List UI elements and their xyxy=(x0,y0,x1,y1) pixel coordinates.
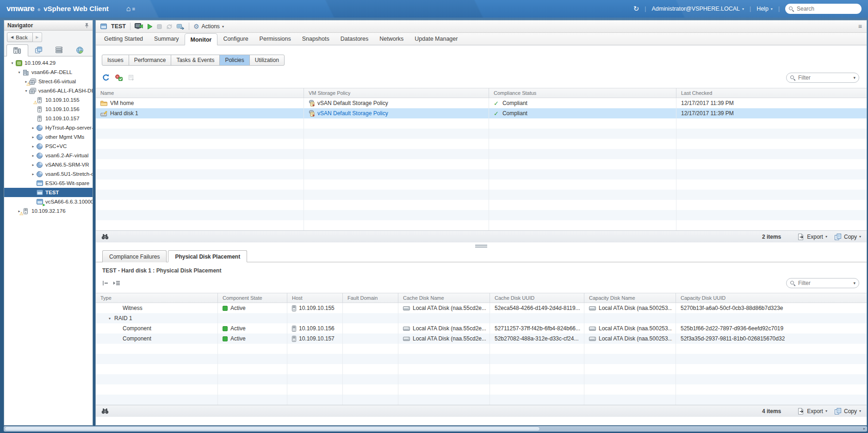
global-search[interactable] xyxy=(785,4,862,14)
tab-networks[interactable]: Networks xyxy=(374,33,409,45)
export-button[interactable]: Export ▾ xyxy=(798,234,827,240)
launch-console-icon[interactable] xyxy=(135,23,143,30)
policy-row-hard-disk-1[interactable]: Hard disk 1vSAN Default Storage Policy✓C… xyxy=(96,108,867,118)
scrollbar-right-arrow-icon[interactable]: ▸ xyxy=(863,426,865,432)
find-icon[interactable] xyxy=(101,408,109,414)
back-button[interactable]: ◀ Back xyxy=(7,32,33,42)
tree-item-other-mgmt-vms[interactable]: ▸other Mgmt VMs xyxy=(4,132,93,142)
actions-menu[interactable]: ⚙ Actions ▾ xyxy=(193,23,224,30)
copy-button[interactable]: Copy ▾ xyxy=(835,408,861,414)
search-input[interactable] xyxy=(797,6,858,12)
tree-item-esxi-65-wit-spare[interactable]: ESXi-65-Wit-spare xyxy=(4,179,93,188)
placement-filter-input[interactable] xyxy=(798,280,853,286)
copy-button[interactable]: Copy ▾ xyxy=(835,234,861,240)
group-row-raid-1[interactable]: ▾RAID 1 xyxy=(96,313,867,323)
column-header-compliance-status[interactable]: Compliance Status xyxy=(489,88,676,98)
tab-summary[interactable]: Summary xyxy=(149,33,184,45)
tree-item-10-109-10-156[interactable]: 10.109.10.156 xyxy=(4,105,93,114)
tab-snapshots[interactable]: Snapshots xyxy=(297,33,335,45)
migrate-icon[interactable] xyxy=(177,24,185,30)
tab-update-manager[interactable]: Update Manager xyxy=(409,33,463,45)
subtab-issues[interactable]: Issues xyxy=(102,55,129,66)
tab-permissions[interactable]: Permissions xyxy=(254,33,297,45)
global-refresh-icon[interactable]: ↻ xyxy=(633,5,639,13)
policy-row-vm-home[interactable]: VM homevSAN Default Storage Policy✓Compl… xyxy=(96,98,867,108)
column-header-fault-domain[interactable]: Fault Domain xyxy=(343,293,398,303)
expander-collapse-icon[interactable]: ▾ xyxy=(109,316,111,321)
policy-link[interactable]: vSAN Default Storage Policy xyxy=(317,110,388,117)
tab-monitor[interactable]: Monitor xyxy=(185,33,218,45)
tree-item-test[interactable]: TEST xyxy=(4,188,93,197)
subtab-tasks-events[interactable]: Tasks & Events xyxy=(171,55,220,66)
refresh-icon[interactable] xyxy=(102,74,110,81)
expander-expand-icon[interactable]: ▸ xyxy=(31,135,36,139)
scrollbar-thumb[interactable] xyxy=(5,427,540,431)
nav-tab-hosts-and-clusters[interactable] xyxy=(6,44,28,56)
filter-input[interactable] xyxy=(798,74,853,81)
expander-expand-icon[interactable]: ▸ xyxy=(31,144,36,148)
column-header-host[interactable]: Host xyxy=(287,293,343,303)
detail-tab-physical-disk-placement[interactable]: Physical Disk Placement xyxy=(168,250,247,262)
column-header-cache-disk-name[interactable]: Cache Disk Name xyxy=(398,293,490,303)
expander-collapse-icon[interactable]: ▾ xyxy=(24,89,29,93)
placement-filter-box[interactable]: ▾ xyxy=(786,278,859,288)
tab-configure[interactable]: Configure xyxy=(217,33,254,45)
nav-tab-networking[interactable] xyxy=(69,44,90,56)
tree-item-vsan6-2-af-virtual[interactable]: ▸vsan6.2-AF-virtual xyxy=(4,151,93,160)
tree-item-strect-66-virtual[interactable]: ▸⚠Strect-66-virtual xyxy=(4,77,93,86)
power-on-icon[interactable] xyxy=(147,24,153,30)
horizontal-scrollbar[interactable]: ▸ xyxy=(4,426,867,432)
subtab-performance[interactable]: Performance xyxy=(129,55,172,66)
nav-tab-vms-and-templates[interactable] xyxy=(28,44,49,56)
expander-expand-icon[interactable]: ▸ xyxy=(31,154,36,158)
collapse-all-icon[interactable] xyxy=(102,280,108,286)
column-header-name[interactable]: Name xyxy=(96,88,304,98)
tree-item-hytrsut-app-server-2[interactable]: ▸HyTrsut-App-server-2 xyxy=(4,123,93,132)
column-header-vm-storage-policy[interactable]: VM Storage Policy xyxy=(304,88,489,98)
expander-collapse-icon[interactable]: ▾ xyxy=(10,61,15,65)
filter-box[interactable]: ▾ xyxy=(786,73,859,83)
check-compliance-icon[interactable] xyxy=(115,74,123,81)
expander-collapse-icon[interactable]: ▾ xyxy=(17,70,22,74)
column-header-cache-disk-uuid[interactable]: Cache Disk UUID xyxy=(490,293,584,303)
horizontal-splitter[interactable] xyxy=(96,242,867,250)
column-header-last-checked[interactable]: Last Checked xyxy=(676,88,867,98)
expand-all-icon[interactable] xyxy=(113,280,120,286)
filter-dropdown-icon[interactable]: ▾ xyxy=(853,75,856,80)
tree-item-vsan6-5u1-stretch-de[interactable]: ▸vsan6.5U1-Stretch-de... xyxy=(4,169,93,179)
tab-datastores[interactable]: Datastores xyxy=(335,33,374,45)
tree-item-10-109-10-155[interactable]: ⚠10.109.10.155 xyxy=(4,95,93,105)
tree-item-10-109-44-29[interactable]: ▾10.109.44.29 xyxy=(4,58,93,68)
tree-item-psc-vc[interactable]: ▸PSC+VC xyxy=(4,142,93,151)
expander-expand-icon[interactable]: ▸ xyxy=(31,172,36,176)
tree-item-10-109-32-176[interactable]: ▸⚠10.109.32.176 xyxy=(4,206,93,216)
export-button[interactable]: Export ▾ xyxy=(798,408,827,414)
tree-item-vsan66-af-dell[interactable]: ▾vsan66-AF-DELL xyxy=(4,68,93,77)
component-row-component-10-109-10-156[interactable]: ComponentActive10.109.10.156Local ATA Di… xyxy=(96,323,867,334)
detail-tab-compliance-failures[interactable]: Compliance Failures xyxy=(102,250,167,262)
panel-menu-icon[interactable]: ≡ xyxy=(858,23,862,30)
help-menu[interactable]: Help ▾ xyxy=(756,6,773,12)
tree-item-10-109-10-157[interactable]: 10.109.10.157 xyxy=(4,114,93,123)
column-header-capacity-disk-uuid[interactable]: Capacity Disk UUID xyxy=(676,293,867,303)
tree-item-vsan66-all-flash-dell[interactable]: ▾vsan66-ALL-FLASH-DELL xyxy=(4,86,93,95)
filter-dropdown-icon[interactable]: ▾ xyxy=(853,281,856,285)
subtab-utilization[interactable]: Utilization xyxy=(249,55,285,66)
column-header-type[interactable]: Type xyxy=(96,293,218,303)
pin-icon[interactable] xyxy=(84,23,89,28)
nav-tab-storage[interactable] xyxy=(49,44,70,56)
component-row-witness-10-109-10-155[interactable]: WitnessActive10.109.10.155Local ATA Disk… xyxy=(96,303,867,313)
column-header-capacity-disk-name[interactable]: Capacity Disk Name xyxy=(584,293,676,303)
expander-expand-icon[interactable]: ▸ xyxy=(31,163,36,167)
column-header-component-state[interactable]: Component State xyxy=(218,293,287,303)
forward-button[interactable]: ▶ xyxy=(33,32,42,42)
tab-getting-started[interactable]: Getting Started xyxy=(99,33,149,45)
user-menu[interactable]: Administrator@VSPHERE.LOCAL ▾ xyxy=(651,6,744,12)
expander-expand-icon[interactable]: ▸ xyxy=(31,126,36,130)
subtab-policies[interactable]: Policies xyxy=(219,55,249,66)
home-button[interactable]: ⌂ ≡ xyxy=(126,5,135,12)
component-row-component-10-109-10-157[interactable]: ComponentActive10.109.10.157Local ATA Di… xyxy=(96,334,867,344)
tree-item-vsan6-5-srm-vr[interactable]: ▸vSAN6.5-SRM-VR xyxy=(4,160,93,169)
find-icon[interactable] xyxy=(101,234,109,240)
tree-item-vcsa66-6-6-3-10000-7[interactable]: ▶vcSA66-6.6.3.10000-7... xyxy=(4,197,93,206)
